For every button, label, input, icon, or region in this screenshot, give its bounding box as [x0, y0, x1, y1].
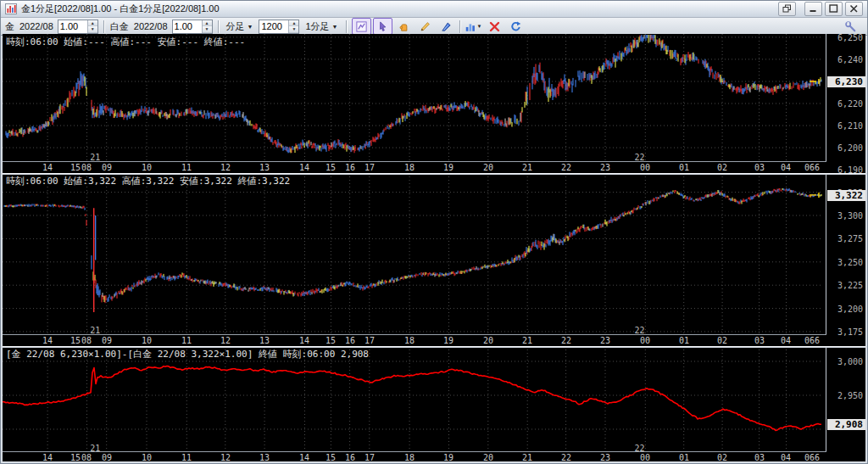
bar-count-input[interactable] [259, 20, 288, 33]
day-marker-label: 21 [90, 153, 100, 162]
refresh-icon-button[interactable] [506, 18, 526, 35]
price-axis-label: 3,275 [837, 234, 863, 243]
spin-up-icon[interactable]: ▲ [289, 20, 298, 27]
spread-price-axis: 2,908 3,0002,950 [826, 346, 865, 461]
spin-up-icon[interactable]: ▲ [203, 20, 212, 27]
price-axis-label: 3,000 [837, 357, 863, 366]
spread-plot-area[interactable] [3, 346, 828, 455]
price-axis-label: 6,240 [837, 55, 863, 64]
toolbar-separator [218, 20, 219, 33]
chevron-down-icon: ▼ [248, 24, 253, 30]
time-axis-label: 13 [259, 453, 270, 461]
pencil-icon [419, 20, 431, 33]
time-axis-label: 12 [220, 336, 231, 345]
time-axis-label: 18 [404, 336, 415, 345]
spread-current-price-badge: 2,908 [827, 419, 865, 430]
time-axis-label: 03 [754, 453, 765, 461]
minimize-window-button[interactable] [804, 2, 822, 16]
time-axis-label: 15 [70, 453, 81, 461]
select-arrow-icon-button[interactable] [373, 18, 392, 35]
hand-icon-button[interactable] [394, 18, 414, 35]
time-axis-label: 14 [299, 163, 309, 172]
period-label: 1分足 [305, 20, 329, 33]
close-icon [849, 4, 859, 14]
app-window: 金1分足[2022/08]1.00 - 白金1分足[2022/08]1.00 金… [0, 0, 868, 464]
time-axis-label: 23 [600, 163, 610, 172]
price-axis-label: 3,200 [837, 305, 863, 314]
tool-buttons: ▼ [352, 18, 526, 35]
wrench-icon-button[interactable] [841, 18, 860, 35]
maximize-icon [829, 4, 838, 14]
time-axis-label: 11 [181, 163, 192, 172]
bar-type-label: 分足 [226, 20, 245, 33]
time-axis-label: 16 [345, 163, 355, 172]
close-window-button[interactable] [845, 2, 863, 16]
spread-info-line: [金 22/08 6,230×1.00]-[白金 22/08 3,322×1.0… [6, 348, 369, 361]
window-controls [778, 2, 863, 16]
maximize-window-button[interactable] [825, 2, 843, 16]
time-axis-label: 23 [600, 453, 610, 461]
price-axis-label: 3,225 [837, 281, 863, 290]
platinum-multiplier-input[interactable] [173, 20, 202, 33]
delete-x-icon [488, 20, 501, 33]
time-axis-label: 21 [522, 163, 532, 172]
bar-chart-icon [465, 20, 476, 33]
time-axis-label: 13 [259, 163, 270, 172]
delete-x-icon-button[interactable] [485, 18, 504, 35]
spin-up-icon[interactable]: ▲ [88, 20, 97, 27]
title-bar: 金1分足[2022/08]1.00 - 白金1分足[2022/08]1.00 [1, 1, 867, 18]
spin-down-icon[interactable]: ▼ [88, 26, 97, 33]
gold-label: 金 [4, 20, 15, 33]
chevron-down-icon: ▼ [332, 24, 338, 30]
time-axis-label: 12 [220, 163, 231, 172]
platinum-multiplier-spinbox[interactable]: ▲▼ [172, 20, 213, 34]
time-axis-label: 08 [81, 163, 92, 172]
platinum-plot-area[interactable] [3, 173, 828, 337]
gold-plot-area[interactable] [3, 34, 828, 164]
chart-cursor-icon-button[interactable] [352, 18, 371, 35]
time-axis-label: 14 [42, 163, 53, 172]
bar-chart-icon-button[interactable]: ▼ [464, 18, 483, 35]
bar-type-dropdown[interactable]: 分足 ▼ [224, 20, 256, 33]
price-axis-label: 6,210 [837, 121, 863, 131]
copy-icon [782, 4, 792, 14]
time-axis-label: 15 [70, 336, 81, 345]
platinum-label: 白金 [109, 20, 130, 33]
gold-multiplier-spin-buttons[interactable]: ▲▼ [87, 20, 97, 33]
time-axis-label: 03 [754, 336, 765, 345]
time-axis-label: 08 [81, 453, 92, 461]
panel-divider[interactable] [3, 346, 865, 348]
gold-month-label: 2022/08 [19, 21, 54, 31]
price-axis-label: 3,175 [837, 327, 863, 337]
time-axis-label: 16 [345, 336, 355, 345]
spin-down-icon[interactable]: ▼ [203, 26, 212, 33]
pencil-icon-button[interactable] [415, 18, 435, 35]
spin-down-icon[interactable]: ▼ [289, 26, 298, 33]
gold-multiplier-spinbox[interactable]: ▲▼ [58, 20, 98, 34]
pen-icon [440, 20, 453, 33]
time-axis-label: 10 [142, 453, 152, 461]
pen-icon-button[interactable] [437, 18, 456, 35]
platinum-multiplier-spin-buttons[interactable]: ▲▼ [202, 20, 212, 33]
platinum-info-line: 時刻:06:00 始値:3,322 高値:3,322 安値:3,322 終値:3… [6, 175, 290, 187]
wrench-icon [844, 20, 857, 33]
time-axis-label: 11 [181, 336, 192, 345]
copy-window-button[interactable] [778, 2, 796, 16]
gold-multiplier-input[interactable] [58, 20, 87, 33]
time-axis-label: 09 [102, 163, 112, 172]
time-axis-label: 01 [679, 453, 689, 461]
period-dropdown[interactable]: 1分足 ▼ [303, 20, 340, 33]
bar-count-spin-buttons[interactable]: ▲▼ [288, 20, 298, 33]
time-axis-label: 15 [326, 453, 336, 461]
time-axis-label: 13 [259, 336, 270, 345]
price-axis-label: 6,200 [837, 143, 863, 153]
spread-chart-panel: [金 22/08 6,230×1.00]-[白金 22/08 3,322×1.0… [3, 346, 865, 461]
time-axis-label: 20 [483, 163, 493, 172]
bar-count-spinbox[interactable]: ▲▼ [259, 20, 299, 34]
panel-divider[interactable] [3, 173, 865, 175]
time-axis-label: 17 [364, 336, 375, 345]
gold-price-axis: 6,230 6,2506,2406,2306,2206,2106,2006,19… [826, 34, 865, 173]
time-axis-label: 17 [364, 453, 375, 461]
time-axis-label: 09 [102, 453, 112, 461]
day-marker-label: 22 [635, 444, 645, 453]
